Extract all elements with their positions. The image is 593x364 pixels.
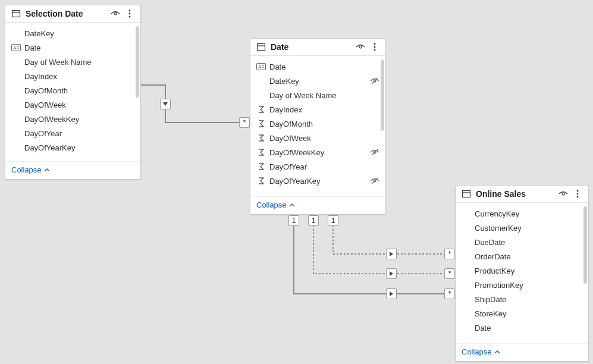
collapse-button[interactable]: Collapse: [11, 165, 50, 174]
field-row[interactable]: ADate: [250, 59, 385, 74]
field-row[interactable]: DueDate: [456, 235, 588, 249]
collapse-button[interactable]: Collapse: [462, 347, 500, 356]
field-label: Day of Week Name: [24, 58, 134, 67]
field-row[interactable]: DayIndex: [5, 69, 140, 83]
field-row[interactable]: ShipDate: [456, 292, 588, 306]
field-label: DayOfYear: [24, 129, 134, 138]
field-label: DueDate: [475, 238, 582, 247]
visibility-icon[interactable]: [111, 9, 120, 18]
field-row[interactable]: CustomerKey: [456, 221, 588, 235]
svg-marker-8: [390, 291, 393, 296]
hidden-icon[interactable]: [370, 148, 379, 156]
blank-icon: [462, 323, 471, 332]
cardinality-one: 1: [308, 215, 319, 226]
field-row[interactable]: DayOfYearKey: [250, 174, 385, 188]
filter-direction-icon: [160, 99, 171, 109]
collapse-label: Collapse: [462, 347, 492, 356]
more-options-icon[interactable]: [125, 9, 134, 18]
field-row[interactable]: DayIndex: [250, 102, 385, 117]
hidden-icon[interactable]: [370, 177, 379, 185]
svg-point-14: [129, 16, 131, 18]
field-row[interactable]: DayOfYear: [250, 159, 385, 174]
field-row[interactable]: DayOfMonth: [250, 117, 385, 131]
blank-icon: [11, 128, 21, 138]
field-row[interactable]: Date: [456, 321, 588, 335]
table-header[interactable]: Date: [250, 39, 385, 56]
table-header[interactable]: Selection Date: [5, 5, 140, 23]
collapse-label: Collapse: [11, 165, 42, 174]
field-row[interactable]: PromotionKey: [456, 278, 588, 292]
field-row[interactable]: CurrencyKey: [456, 206, 588, 221]
cardinality-many: *: [444, 288, 455, 299]
blank-icon: [462, 266, 471, 275]
svg-text:A: A: [258, 64, 262, 70]
more-options-icon[interactable]: [573, 189, 582, 199]
visibility-icon[interactable]: [559, 189, 568, 199]
field-label: DayOfWeek: [269, 134, 379, 143]
blank-icon: [462, 309, 471, 318]
table-title: Selection Date: [26, 9, 106, 18]
field-label: DayOfMonth: [24, 86, 134, 95]
table-selection-date[interactable]: Selection Date DateKeyADateDay of Week N…: [5, 5, 141, 180]
field-row[interactable]: DayOfYear: [5, 126, 140, 140]
svg-point-23: [374, 46, 376, 48]
field-label: ProductKey: [475, 266, 582, 275]
sigma-icon: [256, 176, 266, 186]
field-row[interactable]: DayOfWeekKey: [5, 112, 140, 126]
field-row[interactable]: DayOfWeek: [5, 98, 140, 112]
table-title: Date: [271, 42, 351, 52]
table-header[interactable]: Online Sales: [456, 186, 588, 203]
hidden-icon[interactable]: [370, 77, 379, 85]
sigma-icon: [256, 119, 266, 128]
field-list: DateKeyADateDay of Week NameDayIndexDayO…: [5, 23, 140, 157]
svg-point-11: [114, 12, 117, 15]
blank-icon: [11, 114, 21, 124]
scrollbar[interactable]: [583, 206, 587, 284]
field-row[interactable]: DateKey: [250, 74, 385, 88]
field-row[interactable]: Day of Week Name: [5, 55, 140, 69]
svg-marker-7: [390, 271, 393, 276]
blank-icon: [11, 143, 21, 152]
field-row[interactable]: Day of Week Name: [250, 88, 385, 102]
collapse-button[interactable]: Collapse: [256, 200, 295, 209]
filter-direction-single-icon: [386, 268, 397, 279]
field-row[interactable]: ADate: [5, 40, 140, 55]
field-row[interactable]: OrderDate: [456, 249, 588, 263]
field-row[interactable]: ProductKey: [456, 263, 588, 278]
svg-marker-6: [390, 252, 393, 256]
more-options-icon[interactable]: [370, 42, 379, 52]
field-row[interactable]: DayOfYearKey: [5, 140, 140, 155]
field-label: OrderDate: [475, 252, 582, 261]
sigma-icon: [256, 162, 266, 171]
chevron-up-icon: [289, 202, 295, 208]
sigma-icon: [256, 133, 266, 143]
field-label: DayOfYear: [269, 162, 379, 171]
scrollbar[interactable]: [136, 26, 139, 98]
field-label: CurrencyKey: [475, 209, 582, 218]
svg-rect-35: [463, 191, 470, 197]
blank-icon: [462, 280, 471, 290]
blank-icon: [462, 223, 471, 233]
field-row[interactable]: DayOfWeekKey: [250, 145, 385, 159]
field-row[interactable]: DayOfMonth: [5, 83, 140, 98]
svg-point-37: [562, 193, 564, 195]
field-row[interactable]: StoreKey: [456, 306, 588, 321]
svg-point-38: [577, 190, 579, 192]
field-label: DayOfYearKey: [24, 143, 134, 152]
field-label: PromotionKey: [475, 281, 582, 290]
field-row[interactable]: DateKey: [5, 26, 140, 40]
table-online-sales[interactable]: Online Sales CurrencyKeyCustomerKeyDueDa…: [455, 185, 589, 362]
scrollbar[interactable]: [381, 59, 384, 131]
field-label: DateKey: [24, 29, 134, 38]
table-date[interactable]: Date ADateDateKeyDay of Week NameDayInde…: [250, 38, 386, 215]
visibility-icon[interactable]: [356, 42, 365, 52]
chevron-up-icon: [44, 167, 50, 173]
sigma-icon: [256, 148, 266, 157]
svg-text:A: A: [13, 45, 17, 51]
field-label: Day of Week Name: [269, 91, 379, 100]
field-label: DayIndex: [24, 72, 134, 81]
chevron-up-icon: [494, 349, 500, 355]
table-icon: [256, 42, 266, 52]
field-row[interactable]: DayOfWeek: [250, 131, 385, 145]
field-label: CustomerKey: [475, 224, 582, 233]
